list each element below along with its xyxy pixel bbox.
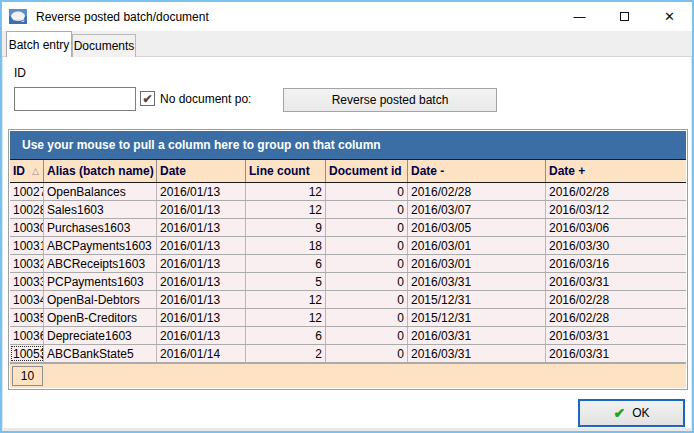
grid-cell[interactable]: 12 — [246, 291, 326, 308]
grid-cell[interactable]: 10032 — [10, 255, 44, 272]
grid-cell[interactable]: 2016/01/13 — [157, 273, 246, 290]
tab-documents[interactable]: Documents — [72, 34, 136, 57]
group-hint-bar[interactable]: Use your mouse to pull a column here to … — [10, 131, 686, 159]
grid-row[interactable]: 10031ABCPayments16032016/01/131802016/03… — [10, 237, 686, 255]
grid-cell[interactable]: 2016/02/28 — [546, 309, 686, 326]
grid-cell[interactable]: 2016/03/06 — [546, 219, 686, 236]
grid-cell[interactable]: 2016/03/31 — [408, 345, 546, 362]
no-document-checkbox[interactable]: ✔ — [140, 91, 155, 106]
grid-cell[interactable]: 10027 — [10, 183, 44, 200]
grid-cell[interactable]: 2016/03/07 — [408, 201, 546, 218]
grid-cell[interactable]: 10031 — [10, 237, 44, 254]
grid-cell[interactable]: 10035 — [10, 309, 44, 326]
grid-cell[interactable]: 0 — [326, 327, 408, 344]
grid-cell[interactable]: 0 — [326, 183, 408, 200]
column-header-label: ID — [13, 164, 25, 178]
grid-cell[interactable]: 12 — [246, 183, 326, 200]
grid-cell[interactable]: Sales1603 — [44, 201, 157, 218]
grid-row[interactable]: 10033PCPayments16032016/01/13502016/03/3… — [10, 273, 686, 291]
grid-cell[interactable]: 2015/12/31 — [408, 291, 546, 308]
grid-cell[interactable]: 18 — [246, 237, 326, 254]
grid-row[interactable]: 10034OpenBal-Debtors2016/01/131202015/12… — [10, 291, 686, 309]
grid-row[interactable]: 10028Sales16032016/01/131202016/03/07201… — [10, 201, 686, 219]
grid-row[interactable]: 10035OpenB-Creditors2016/01/131202015/12… — [10, 309, 686, 327]
grid-cell[interactable]: 2 — [246, 345, 326, 362]
grid-cell[interactable]: Purchases1603 — [44, 219, 157, 236]
grid-cell[interactable]: 2015/12/31 — [408, 309, 546, 326]
grid-cell[interactable]: OpenBalances — [44, 183, 157, 200]
grid-cell[interactable]: OpenB-Creditors — [44, 309, 157, 326]
app-icon: 5 — [9, 9, 27, 24]
grid-cell[interactable]: 2016/03/30 — [546, 237, 686, 254]
grid-cell[interactable]: 0 — [326, 291, 408, 308]
grid-cell[interactable]: 2016/01/13 — [157, 183, 246, 200]
grid-cell[interactable]: 2016/01/13 — [157, 237, 246, 254]
grid-cell[interactable]: 2016/03/12 — [546, 201, 686, 218]
close-button[interactable]: ✕ — [647, 2, 692, 31]
grid-cell[interactable]: 2016/02/28 — [546, 291, 686, 308]
maximize-button[interactable] — [602, 2, 647, 31]
grid-cell[interactable]: 6 — [246, 327, 326, 344]
grid-cell[interactable]: 0 — [326, 201, 408, 218]
grid-cell[interactable]: 2016/03/31 — [546, 345, 686, 362]
grid-cell[interactable]: 0 — [326, 255, 408, 272]
grid-cell[interactable]: 2016/01/13 — [157, 327, 246, 344]
grid-row[interactable]: 10027OpenBalances2016/01/131202016/02/28… — [10, 183, 686, 201]
column-header-alias[interactable]: Alias (batch name) — [44, 160, 157, 182]
grid-cell[interactable]: 10028 — [10, 201, 44, 218]
grid-cell[interactable]: 10053 — [10, 345, 44, 362]
id-input[interactable] — [14, 87, 136, 111]
grid-cell[interactable]: 6 — [246, 255, 326, 272]
minimize-button[interactable]: — — [557, 2, 602, 31]
grid-cell[interactable]: ABCPayments1603 — [44, 237, 157, 254]
column-header-id[interactable]: ID△ — [10, 160, 44, 182]
grid-cell[interactable]: 2016/01/13 — [157, 309, 246, 326]
grid-cell[interactable]: 0 — [326, 273, 408, 290]
grid-cell[interactable]: 9 — [246, 219, 326, 236]
grid-cell[interactable]: PCPayments1603 — [44, 273, 157, 290]
reverse-posted-batch-button[interactable]: Reverse posted batch — [283, 88, 497, 112]
grid-cell[interactable]: 2016/03/31 — [408, 327, 546, 344]
grid-row[interactable]: 10036Depreciate16032016/01/13602016/03/3… — [10, 327, 686, 345]
column-header-date-minus[interactable]: Date - — [408, 160, 546, 182]
grid-cell[interactable]: ABCBankState5 — [44, 345, 157, 362]
grid-cell[interactable]: 2016/01/13 — [157, 201, 246, 218]
grid-cell[interactable]: ABCReceipts1603 — [44, 255, 157, 272]
grid-cell[interactable]: 12 — [246, 201, 326, 218]
ok-button[interactable]: ✔ OK — [578, 399, 685, 427]
grid-cell[interactable]: 2016/03/01 — [408, 255, 546, 272]
grid-cell[interactable]: 2016/01/13 — [157, 255, 246, 272]
grid-cell[interactable]: 2016/01/13 — [157, 219, 246, 236]
grid-cell[interactable]: 2016/03/16 — [546, 255, 686, 272]
grid-cell[interactable]: 5 — [246, 273, 326, 290]
grid-cell[interactable]: 10033 — [10, 273, 44, 290]
grid-cell[interactable]: 10034 — [10, 291, 44, 308]
grid-row[interactable]: 10032ABCReceipts16032016/01/13602016/03/… — [10, 255, 686, 273]
column-header-date-plus[interactable]: Date + — [546, 160, 686, 182]
grid-cell[interactable]: 10036 — [10, 327, 44, 344]
column-header-line-count[interactable]: Line count — [246, 160, 326, 182]
grid-cell[interactable]: 0 — [326, 309, 408, 326]
column-header-label: Date + — [549, 164, 585, 178]
grid-cell[interactable]: 2016/02/28 — [408, 183, 546, 200]
column-header-document-id[interactable]: Document id — [326, 160, 408, 182]
grid-cell[interactable]: 0 — [326, 345, 408, 362]
grid-row[interactable]: 10030Purchases16032016/01/13902016/03/05… — [10, 219, 686, 237]
column-header-date[interactable]: Date — [157, 160, 246, 182]
grid-cell[interactable]: OpenBal-Debtors — [44, 291, 157, 308]
grid-row[interactable]: 10053ABCBankState52016/01/14202016/03/31… — [10, 345, 686, 363]
grid-cell[interactable]: 2016/03/01 — [408, 237, 546, 254]
grid-cell[interactable]: 2016/03/05 — [408, 219, 546, 236]
grid-cell[interactable]: 12 — [246, 309, 326, 326]
grid-cell[interactable]: 0 — [326, 237, 408, 254]
grid-cell[interactable]: Depreciate1603 — [44, 327, 157, 344]
grid-cell[interactable]: 0 — [326, 219, 408, 236]
grid-cell[interactable]: 2016/01/13 — [157, 291, 246, 308]
tab-batch-entry[interactable]: Batch entry — [6, 31, 72, 57]
grid-cell[interactable]: 2016/02/28 — [546, 183, 686, 200]
grid-cell[interactable]: 2016/03/31 — [546, 327, 686, 344]
grid-cell[interactable]: 2016/03/31 — [546, 273, 686, 290]
grid-cell[interactable]: 2016/01/14 — [157, 345, 246, 362]
grid-cell[interactable]: 10030 — [10, 219, 44, 236]
grid-cell[interactable]: 2016/03/31 — [408, 273, 546, 290]
